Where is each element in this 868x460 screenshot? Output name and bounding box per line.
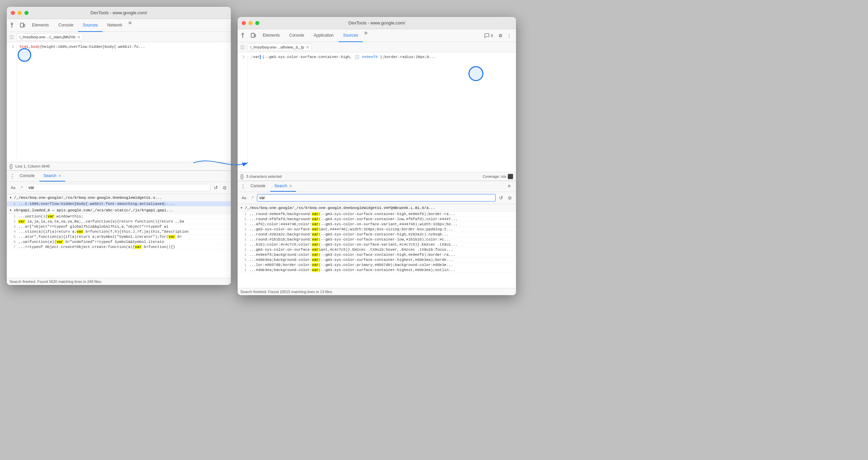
inspect-icon-left[interactable] [10,21,18,30]
search-result-row-right-9[interactable]: 1 ...#e9eef6;background-color:var(--gm3-… [238,252,516,257]
tab-network-left[interactable]: Network [103,19,127,32]
search-aa-right[interactable]: Aa [240,195,247,200]
kebab-menu-right[interactable]: ⋮ [240,183,246,190]
window-title-left: DevTools - www.google.com/ [91,10,147,15]
tab-bar-right: Elements Console Application Sources » [258,29,369,42]
bottom-tab-search-close-right[interactable]: × [289,183,292,189]
search-result-row-left-f1-1[interactable]: 1 ...t:100%;overflow:hidden}body{-webkit… [7,202,231,207]
search-input-right[interactable] [257,194,496,202]
search-results-right[interactable]: ▾ /_/mss/boq-one-google/_/ss/k=boq-one-g… [238,204,516,288]
maximize-button-right[interactable] [255,21,259,25]
chat-badge-area: 8 [484,33,493,38]
file-bar-left: ◫ /_/mss/boq-one-...t,_stam,jMb2Vb × [7,32,231,42]
windows-container: DevTools - www.google.com/ Elements Cons… [7,7,516,295]
minimize-button-right[interactable] [248,21,253,25]
search-result-row-right-12[interactable]: 1 ...#dde3ea;background-color:var(--gm3-… [238,268,516,273]
bottom-panel-left: ⋮ Console Search × Aa .* ↺ ⊘ [7,171,231,285]
search-file-header-left-2[interactable]: ▾ cb=gapi.loaded_0 — apis.google.com/_/s… [7,207,231,214]
search-clear-right[interactable]: ⊘ [506,194,513,201]
coverage-icon-right: ⬛ [507,174,513,179]
svg-rect-4 [242,33,243,35]
kebab-menu-left[interactable]: ⋮ [10,173,15,179]
search-result-row-left-f2-6[interactable]: 6 _.ua=function(a){var b="undefined"!=ty… [7,239,231,245]
search-result-row-left-f2-4[interactable]: 4 ...ction(a){if(a)return a;var b=functi… [7,229,231,234]
minimize-button-left[interactable] [18,11,22,15]
search-refresh-left[interactable]: ↺ [213,184,219,191]
tab-console-left[interactable]: Console [54,19,78,32]
file-tab-close-right[interactable]: × [306,44,309,50]
var-highlighted-right: :var [251,55,260,59]
search-file-header-right-1[interactable]: ▾ /_/mss/boq-one-google/_/ss/k=boq-one-g… [238,204,516,212]
search-result-row-right-3[interactable]: 1 ...afd);color:#444746;color:var(--gm3-… [238,222,516,227]
search-refresh-right[interactable]: ↺ [498,194,504,201]
search-result-row-right-7[interactable]: 1 ...b1b);color:#c4c7c5;color:var(--gm3-… [238,242,516,247]
bottom-tab-search-right[interactable]: Search × [270,181,296,192]
file-tab-close-left[interactable]: × [77,34,80,40]
status-bar-left: {} Line 1, Column 6645 [7,162,231,171]
file-tab-left[interactable]: /_/mss/boq-one-...t,_stam,jMb2Vb × [16,33,83,41]
search-footer-right: Search finished. Found 10515 matching li… [238,288,516,295]
search-result-row-right-1[interactable]: 1 ...round:#e9eef6;background:var(--gm3-… [238,212,516,217]
window-title-right: DevTools - www.google.com/ [349,20,405,25]
source-code-right: :var (--gm3-sys-color-surface-container-… [248,55,516,169]
close-button-right[interactable] [242,21,246,25]
search-clear-left[interactable]: ⊘ [221,184,228,191]
chat-badge-count: 8 [491,34,493,38]
tab-sources-left[interactable]: Sources [78,19,103,32]
more-tabs-right[interactable]: » [363,29,369,42]
chat-icon [484,33,490,38]
left-devtools-window: DevTools - www.google.com/ Elements Cons… [7,7,231,285]
file-panel-icon-right: ◫ [240,44,244,50]
search-result-row-right-8[interactable]: 1 ...gm3-sys-color-on-surface-variant,#c… [238,247,516,252]
kebab-icon-right[interactable]: ⋮ [505,32,513,40]
search-file-header-left-1[interactable]: ▾ /_/mss/boq-one-google/_/ss/k=boq-one-g… [7,194,231,202]
line-numbers-right: 1 [238,55,248,169]
search-results-left[interactable]: ▾ /_/mss/boq-one-google/_/ss/k=boq-one-g… [7,194,231,278]
search-input-left[interactable] [26,184,210,191]
bottom-tab-console-right[interactable]: Console [246,181,270,192]
search-result-row-right-5[interactable]: 1 ...round:#282a2c;background:var(--gm3-… [238,232,516,237]
search-aa-left[interactable]: Aa [10,185,17,190]
bottom-tab-search-left[interactable]: Search × [39,171,65,181]
tab-console-right[interactable]: Console [284,29,309,42]
search-result-row-right-10[interactable]: 1 ...#dde3ea;background-color:var(--gm3-… [238,257,516,263]
search-regex-left[interactable]: .* [19,185,24,190]
close-panel-right[interactable]: × [505,182,513,190]
search-result-row-left-f2-5[interactable]: 5 ...ator",function(a){if(a)return a;a=S… [7,234,231,239]
gear-icon-right[interactable]: ⚙ [496,32,504,40]
tab-elements-left[interactable]: Elements [27,19,54,32]
search-result-row-right-6[interactable]: 1 ...round:#1b1b1b;background:var(--gm3-… [238,237,516,242]
search-result-row-left-f2-7[interactable]: 7 ...==typeof Object.create?Object.creat… [7,245,231,250]
search-result-row-left-f2-2[interactable]: 2 var ia,ja,la,sa,ta,xa,ya,Ba;_.ca=funct… [7,219,231,224]
device-icon-right[interactable] [249,32,257,40]
device-icon-left[interactable] [18,21,26,30]
tab-elements-right[interactable]: Elements [258,29,284,42]
search-regex-right[interactable]: .* [250,195,255,200]
file-tab-right[interactable]: /_/mss/boq-one-...uthview,_b,_tp × [247,43,312,51]
more-tabs-left[interactable]: » [127,19,133,32]
search-result-row-left-f2-3[interactable]: 3 ...a=["object"==typeof globalThis&&glo… [7,224,231,229]
color-swatch-right [355,55,359,59]
search-result-row-left-f2-1[interactable]: 1 ...unction(){var window=this; [7,214,231,219]
bottom-tab-console-left[interactable]: Console [16,171,39,181]
source-code-left: html,body{height:100%;overflow:hidden}bo… [17,45,231,159]
file-bar-right: ◫ /_/mss/boq-one-...uthview,_b,_tp × [238,42,516,52]
line-numbers-left: 1 [7,45,17,159]
bottom-tab-bar-left: ⋮ Console Search × [7,171,231,182]
tab-application-right[interactable]: Application [309,29,338,42]
coverage-area-right: Coverage: n/a ⬛ [483,174,513,179]
bottom-tab-search-close-left[interactable]: × [58,173,61,178]
tab-sources-right[interactable]: Sources [338,29,363,42]
search-result-row-right-2[interactable]: 1 ...round:#f8fafd;background:var(--gm3-… [238,217,516,222]
close-button-left[interactable] [11,11,15,15]
status-bar-right: {} 3 characters selected Coverage: n/a ⬛ [238,172,516,181]
curly-braces-right: {} [240,174,243,179]
bottom-panel-right: ⋮ Console Search × × Aa .* ↺ ⊘ [238,181,516,295]
inspect-icon-right[interactable] [240,32,248,40]
search-result-row-right-11[interactable]: 1 ...lor:#0b57d0;border-color:var(--gm3-… [238,263,516,268]
devtools-toolbar-right: Elements Console Application Sources » 8… [238,29,516,42]
search-footer-left: Search finished. Found 5620 matching lin… [7,278,231,285]
search-result-row-right-4[interactable]: 1 ...gm3-sys-color-on-surface-variant,#4… [238,227,516,232]
maximize-button-left[interactable] [24,11,29,15]
file-panel-icon-left: ◫ [10,34,14,39]
